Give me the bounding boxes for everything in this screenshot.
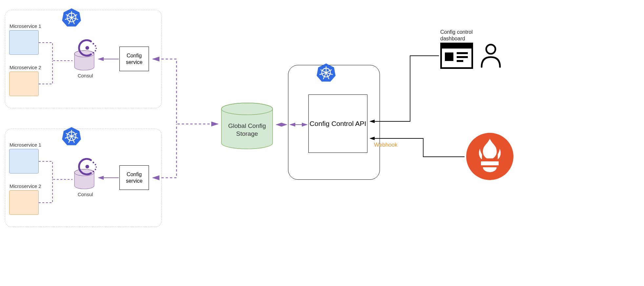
svg-point-35 bbox=[93, 171, 94, 172]
diagram-canvas: Microservice 1 Microservice 2 Consul Con… bbox=[0, 0, 644, 286]
microservice-2-box: Microservice 2 bbox=[9, 72, 39, 96]
consul-label: Consul bbox=[77, 73, 93, 78]
microservice-1-label: Microservice 1 bbox=[10, 23, 41, 29]
svg-point-31 bbox=[93, 162, 94, 163]
global-storage-label: Global Config Storage bbox=[226, 122, 268, 138]
svg-point-30 bbox=[85, 165, 89, 168]
kubernetes-icon bbox=[316, 62, 336, 82]
webhook-label: Webhook bbox=[374, 142, 398, 148]
microservice-2-label: Microservice 2 bbox=[10, 183, 41, 189]
svg-point-32 bbox=[95, 164, 96, 165]
svg-point-54 bbox=[486, 45, 495, 54]
config-service-label: Config service bbox=[120, 52, 149, 65]
user-icon bbox=[480, 43, 502, 68]
microservice-2-box: Microservice 2 bbox=[9, 190, 39, 215]
svg-point-16 bbox=[95, 50, 96, 51]
dashboard-icon bbox=[440, 43, 473, 69]
svg-rect-50 bbox=[445, 52, 453, 61]
consul-icon bbox=[77, 156, 97, 177]
kubernetes-icon bbox=[62, 126, 81, 146]
dashboard-title: Config control dashboard bbox=[440, 29, 486, 42]
prometheus-icon bbox=[465, 132, 514, 181]
config-service-box: Config service bbox=[119, 165, 149, 190]
microservice-1-box: Microservice 1 bbox=[9, 30, 39, 55]
consul-icon bbox=[77, 38, 97, 58]
config-service-label: Config service bbox=[120, 171, 149, 184]
svg-point-34 bbox=[95, 169, 96, 170]
svg-point-12 bbox=[85, 46, 89, 50]
microservice-1-label: Microservice 1 bbox=[10, 142, 41, 148]
microservice-1-box: Microservice 1 bbox=[9, 149, 39, 174]
config-service-box: Config service bbox=[119, 47, 149, 71]
microservice-2-label: Microservice 2 bbox=[10, 65, 41, 70]
svg-point-33 bbox=[95, 166, 97, 168]
config-control-api-box: Config Control API bbox=[308, 94, 367, 153]
consul-label: Consul bbox=[77, 192, 93, 197]
svg-point-15 bbox=[95, 48, 97, 49]
kubernetes-icon bbox=[62, 7, 81, 27]
config-control-api-label: Config Control API bbox=[310, 119, 366, 128]
svg-point-17 bbox=[93, 52, 94, 53]
svg-rect-56 bbox=[481, 161, 499, 165]
svg-point-14 bbox=[95, 45, 96, 47]
svg-rect-49 bbox=[441, 43, 472, 49]
svg-point-13 bbox=[93, 43, 94, 45]
